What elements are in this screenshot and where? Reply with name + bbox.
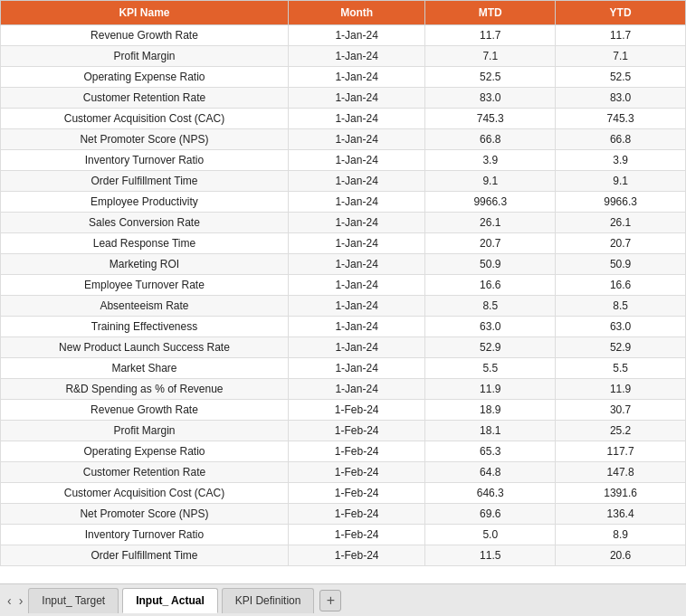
table-row: Lead Response Time 1-Jan-24 20.7 20.7 [1,233,686,254]
cell-month: 1-Feb-24 [288,421,424,441]
tab-add-button[interactable]: + [319,590,341,611]
cell-mtd: 63.0 [425,317,556,337]
tab-prev-button[interactable]: ‹ [4,584,15,617]
cell-month: 1-Jan-24 [288,254,424,275]
cell-kpi: Customer Retention Rate [1,88,289,109]
cell-month: 1-Feb-24 [288,462,424,483]
table-row: Marketing ROI 1-Jan-24 50.9 50.9 [1,254,686,275]
cell-kpi: Employee Turnover Rate [1,275,289,296]
cell-mtd: 52.9 [425,337,556,358]
cell-kpi: Inventory Turnover Ratio [1,150,289,171]
col-kpi-name: KPI Name [1,1,289,25]
cell-month: 1-Jan-24 [288,25,424,46]
cell-ytd: 8.9 [556,525,686,545]
tab-input-actual[interactable]: Input_ Actual [122,588,218,613]
cell-ytd: 8.5 [556,296,686,317]
cell-month: 1-Feb-24 [288,483,424,504]
cell-ytd: 745.3 [556,109,686,129]
cell-ytd: 1391.6 [556,483,686,504]
table-row: Training Effectiveness 1-Jan-24 63.0 63.… [1,317,686,337]
cell-mtd: 7.1 [425,46,556,67]
cell-kpi: Profit Margin [1,46,289,67]
table-header-row: KPI Name Month MTD YTD [1,1,686,25]
cell-month: 1-Jan-24 [288,296,424,317]
cell-ytd: 52.5 [556,67,686,88]
table-row: Order Fulfillment Time 1-Feb-24 11.5 20.… [1,545,686,566]
cell-month: 1-Jan-24 [288,275,424,296]
cell-month: 1-Jan-24 [288,150,424,171]
cell-kpi: Marketing ROI [1,254,289,275]
table-container: KPI Name Month MTD YTD Revenue Growth Ra… [0,0,686,583]
tab-bar: ‹ › Input_ Target Input_ Actual KPI Defi… [0,583,686,616]
table-row: Employee Productivity 1-Jan-24 9966.3 99… [1,192,686,213]
tab-next-button[interactable]: › [15,584,27,617]
cell-kpi: New Product Launch Success Rate [1,337,289,358]
cell-kpi: Sales Conversion Rate [1,213,289,233]
tab-kpi-definition[interactable]: KPI Definition [222,588,315,613]
table-row: Profit Margin 1-Jan-24 7.1 7.1 [1,46,686,67]
tab-input-target[interactable]: Input_ Target [28,588,119,613]
cell-mtd: 8.5 [425,296,556,317]
cell-kpi: Net Promoter Score (NPS) [1,129,289,150]
cell-month: 1-Jan-24 [288,213,424,233]
table-row: Net Promoter Score (NPS) 1-Feb-24 69.6 1… [1,504,686,525]
cell-mtd: 66.8 [425,129,556,150]
cell-ytd: 3.9 [556,150,686,171]
col-month: Month [288,1,424,25]
table-row: Inventory Turnover Ratio 1-Jan-24 3.9 3.… [1,150,686,171]
cell-kpi: Net Promoter Score (NPS) [1,504,289,525]
table-row: Customer Acquisition Cost (CAC) 1-Jan-24… [1,109,686,129]
cell-month: 1-Jan-24 [288,88,424,109]
table-row: Order Fulfillment Time 1-Jan-24 9.1 9.1 [1,171,686,192]
cell-kpi: Absenteeism Rate [1,296,289,317]
cell-mtd: 11.5 [425,545,556,566]
cell-ytd: 5.5 [556,358,686,379]
cell-kpi: Customer Acquisition Cost (CAC) [1,109,289,129]
cell-ytd: 11.7 [556,25,686,46]
cell-kpi: Customer Acquisition Cost (CAC) [1,483,289,504]
cell-ytd: 66.8 [556,129,686,150]
cell-kpi: Employee Productivity [1,192,289,213]
cell-month: 1-Feb-24 [288,400,424,421]
cell-ytd: 9966.3 [556,192,686,213]
cell-mtd: 11.7 [425,25,556,46]
cell-ytd: 147.8 [556,462,686,483]
cell-month: 1-Jan-24 [288,109,424,129]
cell-ytd: 16.6 [556,275,686,296]
cell-mtd: 26.1 [425,213,556,233]
cell-ytd: 117.7 [556,441,686,462]
table-row: Profit Margin 1-Feb-24 18.1 25.2 [1,421,686,441]
table-row: Net Promoter Score (NPS) 1-Jan-24 66.8 6… [1,129,686,150]
cell-ytd: 63.0 [556,317,686,337]
cell-kpi: Profit Margin [1,421,289,441]
cell-kpi: R&D Spending as % of Revenue [1,379,289,400]
cell-month: 1-Feb-24 [288,545,424,566]
cell-mtd: 646.3 [425,483,556,504]
cell-kpi: Operating Expense Ratio [1,67,289,88]
cell-mtd: 11.9 [425,379,556,400]
cell-month: 1-Feb-24 [288,441,424,462]
cell-ytd: 7.1 [556,46,686,67]
cell-mtd: 5.5 [425,358,556,379]
cell-ytd: 20.7 [556,233,686,254]
cell-mtd: 18.1 [425,421,556,441]
cell-mtd: 52.5 [425,67,556,88]
cell-ytd: 9.1 [556,171,686,192]
cell-mtd: 83.0 [425,88,556,109]
cell-month: 1-Jan-24 [288,129,424,150]
table-row: Employee Turnover Rate 1-Jan-24 16.6 16.… [1,275,686,296]
cell-month: 1-Jan-24 [288,358,424,379]
table-row: R&D Spending as % of Revenue 1-Jan-24 11… [1,379,686,400]
cell-mtd: 3.9 [425,150,556,171]
cell-mtd: 69.6 [425,504,556,525]
cell-kpi: Market Share [1,358,289,379]
table-row: Sales Conversion Rate 1-Jan-24 26.1 26.1 [1,213,686,233]
cell-month: 1-Jan-24 [288,46,424,67]
table-row: New Product Launch Success Rate 1-Jan-24… [1,337,686,358]
cell-ytd: 52.9 [556,337,686,358]
cell-mtd: 65.3 [425,441,556,462]
cell-mtd: 16.6 [425,275,556,296]
cell-kpi: Training Effectiveness [1,317,289,337]
cell-month: 1-Jan-24 [288,337,424,358]
table-row: Customer Retention Rate 1-Jan-24 83.0 83… [1,88,686,109]
